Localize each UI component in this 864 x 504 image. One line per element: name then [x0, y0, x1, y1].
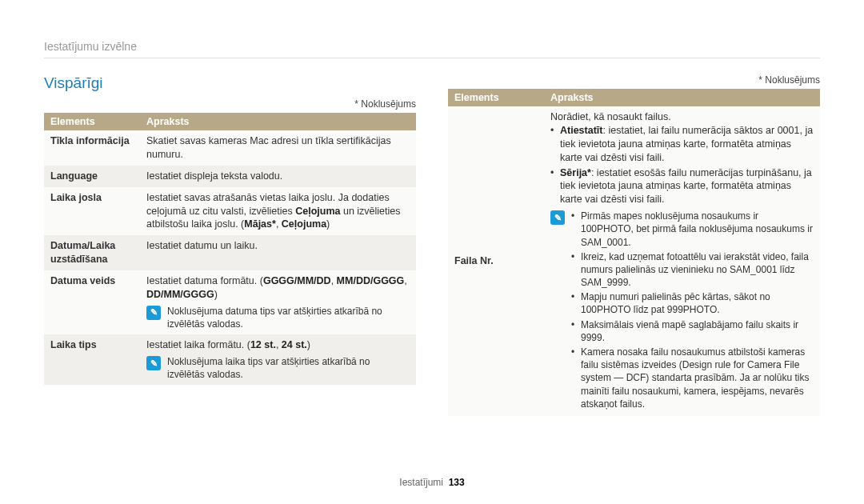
default-note-left: * Noklusējums	[44, 98, 416, 110]
note-box: ✎ Noklusējuma laika tips var atšķirties …	[146, 355, 410, 381]
th-elements: Elements	[448, 89, 544, 106]
row-language: Language Iestatiet displeja teksta valod…	[44, 166, 416, 187]
label-cell: Datuma/Laika uzstādīšana	[44, 235, 140, 270]
option-list: Atiestatīt: iestatiet, lai failu numerāc…	[550, 124, 814, 206]
row-datuma-veids: Datuma veids Iestatiet datuma formātu. (…	[44, 270, 416, 334]
label-cell: Tīkla informācija	[44, 130, 140, 166]
row-laika-josla: Laika josla Iestatiet savas atrašanās vi…	[44, 187, 416, 236]
note-bullet: Ikreiz, kad uzņemat fotoattēlu vai ierak…	[571, 250, 814, 290]
label-cell: Language	[44, 166, 140, 187]
th-apraksts: Apraksts	[140, 113, 416, 130]
desc-cell: Iestatiet laika formātu. (12 st., 24 st.…	[140, 334, 416, 385]
desc-cell: Norādiet, kā nosaukt failus. Atiestatīt:…	[544, 106, 820, 416]
note-bullet: Kamera nosaka failu nosaukumus atbilstoš…	[571, 346, 814, 410]
th-apraksts: Apraksts	[544, 89, 820, 106]
info-icon: ✎	[146, 356, 161, 370]
note-bullet: Mapju numuri palielinās pēc kārtas, sāko…	[571, 290, 814, 316]
row-laika-tips: Laika tips Iestatiet laika formātu. (12 …	[44, 334, 416, 385]
desc-cell: Iestatiet datumu un laiku.	[140, 235, 416, 270]
section-heading: Vispārīgi	[44, 74, 416, 92]
label-cell: Faila Nr.	[448, 106, 544, 416]
note-bullet: Maksimālais vienā mapē saglabājamo failu…	[571, 318, 814, 344]
row-faila-nr: Faila Nr. Norādiet, kā nosaukt failus. A…	[448, 106, 820, 416]
breadcrumb: Iestatījumu izvēlne	[44, 40, 820, 58]
row-datuma-laika-uzstadisana: Datuma/Laika uzstādīšana Iestatiet datum…	[44, 235, 416, 270]
desc-cell: Iestatiet datuma formātu. (GGGG/MM/DD, M…	[140, 270, 416, 334]
desc-cell: Iestatiet savas atrašanās vietas laika j…	[140, 187, 416, 236]
label-cell: Laika tips	[44, 334, 140, 385]
note-box: ✎ Noklusējuma datuma tips var atšķirties…	[146, 305, 410, 330]
right-table: Elements Apraksts Faila Nr. Norādiet, kā…	[448, 89, 820, 416]
default-note-right: * Noklusējums	[448, 74, 820, 86]
desc-cell: Skatiet savas kameras Mac adresi un tīkl…	[140, 130, 416, 166]
note-bullet: Pirmās mapes noklusējuma nosaukums ir 10…	[571, 210, 814, 249]
note-text: Noklusējuma laika tips var atšķirties at…	[167, 355, 410, 381]
left-table: Elements Apraksts Tīkla informācija Skat…	[44, 113, 416, 385]
right-column: * Noklusējums Elements Apraksts Faila Nr…	[448, 74, 820, 416]
note-bullets: Pirmās mapes noklusējuma nosaukums ir 10…	[571, 210, 814, 410]
page-number: 133	[449, 477, 465, 488]
label-cell: Laika josla	[44, 187, 140, 236]
info-icon: ✎	[550, 210, 565, 225]
left-column: Vispārīgi * Noklusējums Elements Aprakst…	[44, 74, 416, 416]
th-elements: Elements	[44, 113, 140, 130]
page-footer: Iestatījumi 133	[0, 477, 864, 488]
footer-section: Iestatījumi	[399, 477, 443, 488]
desc-cell: Iestatiet displeja teksta valodu.	[140, 166, 416, 187]
intro-text: Norādiet, kā nosaukt failus.	[550, 110, 814, 124]
note-box: ✎ Pirmās mapes noklusējuma nosaukums ir …	[550, 210, 814, 412]
info-icon: ✎	[146, 306, 161, 320]
label-cell: Datuma veids	[44, 270, 140, 334]
note-text: Noklusējuma datuma tips var atšķirties a…	[167, 305, 410, 330]
row-tikla-informacija: Tīkla informācija Skatiet savas kameras …	[44, 130, 416, 166]
